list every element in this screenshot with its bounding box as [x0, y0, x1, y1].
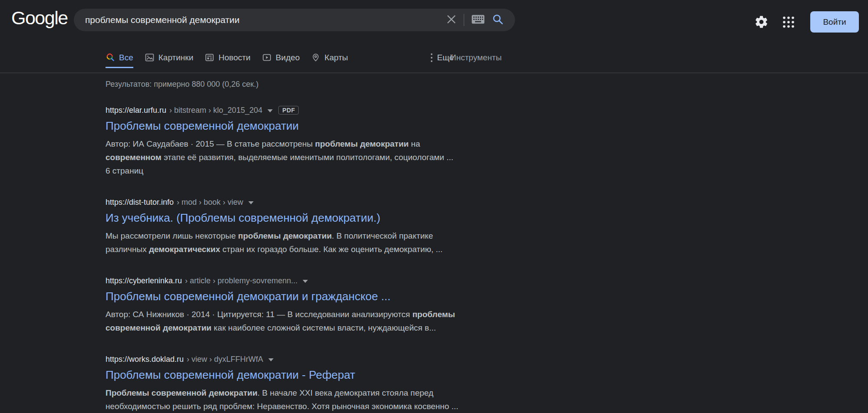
result-url[interactable]: https://cyberleninka.ru› article › probl…	[106, 275, 505, 286]
searchbox-divider	[464, 14, 464, 26]
clear-search-button[interactable]	[446, 14, 456, 26]
apps-grid-icon	[782, 23, 795, 30]
more-dots-icon	[430, 53, 433, 62]
snippet-text: Автор: ИА Саудабаев · 2015 — В статье ра…	[106, 139, 315, 148]
snippet-text: необходимостью решить ряд проблем: Нерав…	[106, 402, 459, 411]
result-dropdown-icon[interactable]	[268, 358, 274, 361]
search-submit-button[interactable]	[492, 13, 504, 27]
result-snippet-line: различных демократических стран их гораз…	[106, 243, 505, 256]
search-result: https://elar.urfu.ru› bitstream › klo_20…	[106, 105, 505, 177]
snippet-bold-text: проблемы демократии	[238, 231, 332, 240]
result-snippet-line: необходимостью решить ряд проблем: Нерав…	[106, 400, 505, 413]
snippet-text: на	[409, 139, 420, 148]
news-icon	[205, 53, 214, 62]
tab-label: Карты	[324, 53, 348, 62]
snippet-bold-text: проблемы	[413, 310, 455, 319]
google-apps-button[interactable]	[782, 16, 795, 30]
search-input[interactable]: проблемы современной демократии	[85, 15, 439, 25]
virtual-keyboard-button[interactable]	[472, 15, 485, 26]
settings-button[interactable]	[754, 15, 769, 31]
result-breadcrumb: › article › problemy-sovremenn...	[185, 276, 297, 285]
result-domain: https://works.doklad.ru	[106, 355, 184, 364]
maps-pin-icon	[311, 53, 320, 62]
search-result: https://dist-tutor.info› mod › book › vi…	[106, 197, 505, 256]
search-result: https://cyberleninka.ru› article › probl…	[106, 275, 505, 334]
result-breadcrumb: › mod › book › view	[177, 198, 243, 207]
result-title-link[interactable]: Проблемы современной демократии	[106, 119, 505, 133]
snippet-text: . В начале XXI века демократия стояла пе…	[257, 388, 433, 397]
snippet-text: Автор: СА Нижников · 2014 · Цитируется: …	[106, 310, 413, 319]
signin-button[interactable]: Войти	[810, 11, 859, 33]
result-breadcrumb: › bitstream › klo_2015_204	[169, 106, 262, 115]
results-column: Результатов: примерно 880 000 (0,26 сек.…	[106, 80, 505, 413]
search-result: https://works.doklad.ru› view › dyxLFFHr…	[106, 354, 505, 413]
result-url[interactable]: https://elar.urfu.ru› bitstream › klo_20…	[106, 105, 505, 115]
search-box[interactable]: проблемы современной демократии	[74, 9, 515, 31]
snippet-bold-text: демократических	[149, 245, 220, 254]
result-snippet-line: Автор: ИА Саудабаев · 2015 — В статье ра…	[106, 137, 505, 151]
images-icon	[145, 53, 154, 62]
clear-icon	[446, 14, 456, 26]
tab-label: Видео	[276, 53, 300, 62]
result-snippet-line: Проблемы современной демократии. В начал…	[106, 386, 505, 400]
gear-icon	[754, 23, 769, 30]
pdf-badge: PDF	[278, 106, 299, 115]
snippet-bold-text: современном	[106, 153, 162, 162]
snippet-bold-text: проблемы демократии	[315, 139, 409, 148]
result-snippet-line: 6 страниц	[106, 164, 505, 177]
result-stats: Результатов: примерно 880 000 (0,26 сек.…	[106, 80, 505, 89]
tab-news[interactable]: Новости	[205, 47, 251, 68]
snippet-bold-text: Проблемы современной демократии	[106, 388, 257, 397]
search-colored-icon	[106, 53, 115, 62]
snippet-text: 6 страниц	[106, 166, 143, 175]
tab-all[interactable]: Все	[106, 47, 133, 68]
snippet-text: различных	[106, 245, 149, 254]
result-url[interactable]: https://dist-tutor.info› mod › book › vi…	[106, 197, 505, 207]
snippet-text: как наиболее сложной системы власти, нуж…	[211, 323, 436, 332]
search-results: https://elar.urfu.ru› bitstream › klo_20…	[106, 105, 505, 413]
tab-maps[interactable]: Карты	[311, 47, 348, 68]
snippet-text: этапе её развития, выделяемые именитыми …	[162, 153, 453, 162]
result-title-link[interactable]: Проблемы современной демократии и гражда…	[106, 289, 505, 304]
result-url[interactable]: https://works.doklad.ru› view › dyxLFFHr…	[106, 354, 505, 364]
result-dropdown-icon[interactable]	[248, 201, 254, 204]
snippet-text: . В политической практике	[332, 231, 433, 240]
search-tabs: ВсеКартинкиНовостиВидеоКартыЕщё	[106, 47, 454, 68]
result-title-link[interactable]: Из учебника. (Проблемы современной демок…	[106, 211, 505, 225]
keyboard-icon	[472, 15, 485, 26]
snippet-text: стран их гораздо больше. Как же оценить …	[220, 245, 442, 254]
result-snippet-line: современном этапе её развития, выделяемы…	[106, 151, 505, 164]
result-domain: https://dist-tutor.info	[106, 198, 174, 207]
tab-images[interactable]: Картинки	[145, 47, 194, 68]
tab-video[interactable]: Видео	[262, 47, 300, 68]
result-title-link[interactable]: Проблемы современной демократии - Рефера…	[106, 368, 505, 382]
result-snippet-line: Автор: СА Нижников · 2014 · Цитируется: …	[106, 308, 505, 321]
result-domain: https://cyberleninka.ru	[106, 276, 182, 285]
tab-label: Новости	[218, 53, 251, 62]
snippet-text: Мы рассмотрели лишь некоторые	[106, 231, 238, 240]
result-snippet-line: современной демократии как наиболее слож…	[106, 321, 505, 334]
result-domain: https://elar.urfu.ru	[106, 106, 166, 115]
result-dropdown-icon[interactable]	[303, 280, 308, 283]
tools-button[interactable]: Инструменты	[450, 47, 502, 68]
result-breadcrumb: › view › dyxLFFHrWfA	[187, 355, 263, 364]
result-dropdown-icon[interactable]	[267, 109, 273, 112]
tabs-divider	[0, 72, 868, 73]
snippet-bold-text: современной демократии	[106, 323, 211, 332]
google-logo[interactable]: Google	[11, 7, 68, 29]
tab-label: Все	[119, 53, 133, 62]
search-icon	[492, 13, 504, 27]
tab-label: Картинки	[158, 53, 194, 62]
video-icon	[262, 53, 271, 62]
result-snippet-line: Мы рассмотрели лишь некоторые проблемы д…	[106, 229, 505, 243]
